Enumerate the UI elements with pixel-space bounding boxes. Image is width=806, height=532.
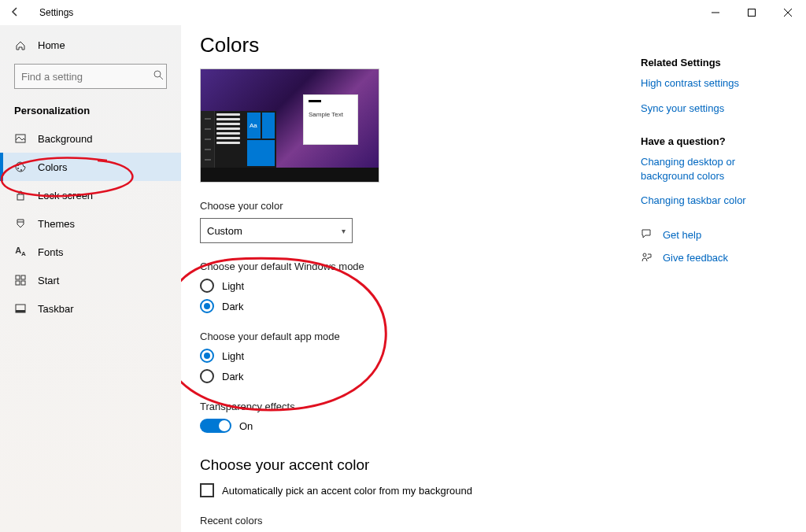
fonts-icon: AA [14,246,27,258]
get-help-link[interactable]: Get help [663,228,701,242]
radio-label: Dark [222,371,243,382]
preview-tile [247,140,275,166]
sidebar-item-label: Fonts [38,246,64,258]
sidebar-item-label: Themes [38,218,75,230]
link-changing-desktop[interactable]: Changing desktop or background colors [641,155,782,183]
recent-colors-label: Recent colors [200,515,593,526]
sidebar-home-label: Home [38,39,65,51]
svg-point-18 [643,253,646,257]
sidebar-item-label: Taskbar [38,303,74,315]
link-high-contrast[interactable]: High contrast settings [641,76,782,91]
maximize-button[interactable] [734,0,770,25]
svg-rect-1 [749,9,756,17]
color-preview: Aa Sample Text [200,68,379,183]
accent-heading: Choose your accent color [200,456,593,474]
svg-rect-15 [21,281,25,285]
window-title: Settings [39,7,73,18]
start-icon [14,274,27,286]
feedback-icon [641,252,653,265]
sidebar-item-background[interactable]: Background [0,124,181,153]
radio-label: Light [222,280,244,292]
sidebar-item-label: Lock screen [38,190,93,201]
sidebar-item-taskbar[interactable]: Taskbar [0,294,181,323]
sidebar-item-themes[interactable]: Themes [0,209,181,238]
chevron-down-icon: ▾ [342,227,346,235]
auto-accent-checkbox[interactable]: Automatically pick an accent color from … [200,483,593,497]
app-mode-label: Choose your default app mode [200,331,593,342]
sidebar-section: Personalization [0,98,181,124]
svg-point-8 [17,168,19,169]
radio-icon [200,349,214,363]
themes-icon [14,217,27,230]
windows-mode-label: Choose your default Windows mode [200,260,593,272]
preview-tile [262,113,275,139]
close-button[interactable] [770,0,806,25]
toggle-state: On [239,420,253,432]
home-icon [14,40,27,51]
give-feedback-link[interactable]: Give feedback [663,251,728,265]
content-right: Related Settings High contrast settings … [641,33,782,508]
svg-rect-10 [17,194,24,200]
choose-color-dropdown[interactable]: Custom ▾ [200,218,353,243]
svg-point-4 [154,71,161,77]
sidebar-item-fonts[interactable]: AA Fonts [0,238,181,266]
chat-icon [641,228,653,242]
sidebar: Home Personalization Background Colors [0,25,181,532]
picture-icon [14,132,27,145]
related-heading: Related Settings [641,57,782,68]
app-mode-dark[interactable]: Dark [200,369,593,383]
taskbar-icon [14,302,27,315]
search-icon [153,70,164,83]
radio-icon [200,279,214,293]
windows-mode-dark[interactable]: Dark [200,299,593,313]
windows-mode-light[interactable]: Light [200,279,593,293]
palette-icon [14,161,27,173]
give-feedback[interactable]: Give feedback [641,251,782,265]
app-mode-light[interactable]: Light [200,349,593,363]
title-bar: Settings [0,0,806,25]
svg-rect-14 [16,281,20,285]
radio-icon [200,299,214,313]
sidebar-item-start[interactable]: Start [0,266,181,294]
choose-color-label: Choose your color [200,200,593,212]
lock-icon [14,189,27,201]
sidebar-item-colors[interactable]: Colors [0,153,181,181]
sidebar-item-label: Start [38,275,59,286]
search-field[interactable] [21,71,153,83]
sidebar-item-label: Background [38,133,92,145]
preview-tile: Aa [247,113,261,139]
dropdown-value: Custom [207,225,242,237]
link-changing-taskbar[interactable]: Changing taskbar color [641,194,782,208]
transparency-label: Transparency effects [200,401,593,412]
sidebar-home[interactable]: Home [0,33,181,57]
back-icon[interactable] [9,6,20,20]
svg-rect-12 [16,275,20,279]
radio-label: Dark [222,301,243,312]
transparency-toggle[interactable] [200,419,231,433]
radio-label: Light [222,350,244,362]
get-help[interactable]: Get help [641,228,782,242]
sidebar-item-lockscreen[interactable]: Lock screen [0,181,181,209]
content-main: Colors Aa Sample [200,33,593,508]
sidebar-item-label: Colors [38,161,68,173]
svg-line-5 [160,76,163,79]
search-input[interactable] [14,64,167,89]
svg-rect-13 [21,275,25,279]
checkbox-icon [200,483,214,497]
radio-icon [200,369,214,383]
preview-sample-text: Sample Text [309,111,343,118]
question-heading: Have a question? [641,135,782,147]
svg-rect-17 [16,310,25,312]
svg-point-7 [17,164,19,166]
page-title: Colors [200,33,593,57]
minimize-button[interactable] [697,0,734,25]
svg-point-9 [20,169,22,171]
checkbox-label: Automatically pick an accent color from … [222,485,472,497]
link-sync-settings[interactable]: Sync your settings [641,102,782,116]
